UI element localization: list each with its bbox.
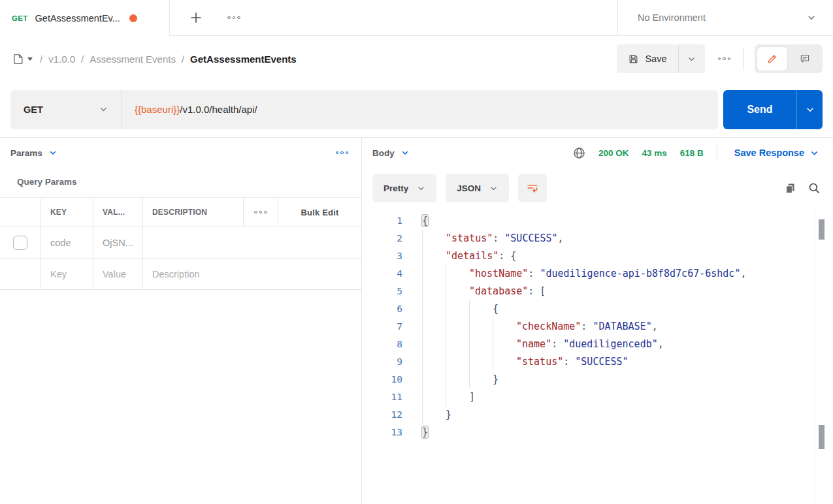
indent-guide bbox=[422, 230, 446, 247]
param-checkbox[interactable] bbox=[13, 236, 27, 250]
json-key: "name" bbox=[516, 338, 551, 350]
response-header: Body 200 OK 43 ms 618 B Save Response bbox=[362, 138, 833, 168]
response-body-selector[interactable]: Body bbox=[372, 148, 409, 158]
code-line: 12} bbox=[362, 406, 833, 424]
header-actions: Save bbox=[617, 44, 823, 73]
select-column-header bbox=[0, 198, 41, 227]
url-input[interactable]: {{baseuri}}/v1.0.0/health/api/ bbox=[122, 104, 718, 115]
line-number: 3 bbox=[362, 247, 422, 265]
save-response-button[interactable]: Save Response bbox=[730, 147, 823, 159]
json-string: "DATABASE" bbox=[593, 321, 651, 332]
params-section-selector[interactable]: Params bbox=[10, 148, 57, 158]
code-line: 10} bbox=[362, 371, 833, 388]
method-selector[interactable]: GET bbox=[10, 90, 122, 129]
indent-guide bbox=[422, 371, 446, 388]
wrap-lines-button[interactable] bbox=[518, 174, 547, 202]
params-more-options-icon[interactable] bbox=[333, 149, 351, 157]
response-time[interactable]: 43 ms bbox=[642, 148, 666, 158]
code-line: 13} bbox=[362, 424, 833, 441]
json-punctuation: : [ bbox=[528, 285, 546, 297]
line-number: 11 bbox=[362, 388, 422, 406]
environment-selector[interactable]: No Environment bbox=[617, 0, 833, 36]
response-size[interactable]: 618 B bbox=[680, 148, 704, 158]
save-button[interactable]: Save bbox=[617, 44, 678, 73]
scrollbar-mark-top[interactable] bbox=[819, 219, 825, 240]
right-sidebar-toggle-group bbox=[755, 44, 823, 73]
json-string: "SUCCESS" bbox=[575, 356, 628, 368]
indent-guide bbox=[422, 247, 446, 265]
json-key: "details" bbox=[446, 250, 498, 262]
chevron-down-icon bbox=[99, 105, 108, 114]
response-body-editor[interactable]: 1{2"status": "SUCCESS",3"details": {4"ho… bbox=[362, 208, 833, 441]
line-content: { bbox=[422, 300, 833, 318]
comments-toggle[interactable] bbox=[790, 47, 820, 71]
copy-icon[interactable] bbox=[785, 183, 796, 194]
new-param-value-field[interactable]: Value bbox=[93, 259, 143, 289]
collection-selector[interactable] bbox=[12, 53, 33, 65]
json-punctuation: , bbox=[558, 232, 564, 244]
save-options-button[interactable] bbox=[679, 44, 705, 73]
caret-down-icon bbox=[27, 57, 33, 61]
globe-icon[interactable] bbox=[573, 147, 585, 159]
query-params-title: Query Params bbox=[17, 177, 361, 187]
line-content: } bbox=[422, 406, 833, 424]
new-param-description-field[interactable]: Description bbox=[143, 259, 361, 289]
request-tab[interactable]: GET GetAssessmentEv... bbox=[0, 0, 170, 36]
new-param-key-field[interactable]: Key bbox=[41, 259, 93, 289]
line-number: 6 bbox=[362, 300, 422, 318]
documentation-toggle[interactable] bbox=[757, 47, 787, 71]
divider bbox=[717, 144, 717, 161]
new-tab-button[interactable] bbox=[187, 8, 205, 27]
search-icon[interactable] bbox=[808, 182, 820, 194]
breadcrumb-item-folder[interactable]: Assessment Events bbox=[90, 54, 176, 65]
line-number: 5 bbox=[362, 283, 422, 300]
indent-guide bbox=[422, 318, 446, 336]
tab-options-icon[interactable] bbox=[225, 14, 243, 22]
params-title: Params bbox=[10, 148, 42, 158]
chevron-down-icon bbox=[489, 184, 498, 193]
line-number: 2 bbox=[362, 230, 422, 247]
send-options-button[interactable] bbox=[797, 90, 823, 129]
chevron-down-icon bbox=[49, 149, 57, 157]
environment-label: No Environment bbox=[638, 12, 706, 23]
scrollbar-mark-bottom[interactable] bbox=[819, 425, 825, 449]
plus-icon bbox=[189, 11, 203, 24]
param-checkbox-cell bbox=[0, 227, 41, 258]
status-badge[interactable]: 200 OK bbox=[598, 148, 629, 158]
line-content: "status": "SUCCESS" bbox=[422, 353, 833, 371]
value-column-header: VAL... bbox=[93, 198, 143, 227]
json-punctuation: , bbox=[652, 321, 658, 332]
json-punctuation: : bbox=[563, 356, 575, 368]
indent-guide bbox=[446, 318, 469, 336]
breadcrumb-item-version[interactable]: v1.0.0 bbox=[48, 54, 75, 65]
line-content: { bbox=[422, 212, 833, 230]
param-description-field[interactable] bbox=[143, 227, 361, 258]
indent-guide bbox=[422, 388, 446, 406]
json-punctuation: } bbox=[446, 409, 451, 420]
language-selector[interactable]: JSON bbox=[446, 174, 509, 202]
line-content: "database": [ bbox=[422, 283, 833, 300]
bulk-edit-button[interactable]: Bulk Edit bbox=[278, 198, 361, 227]
indent-guide bbox=[446, 300, 469, 318]
code-line: 1{ bbox=[362, 212, 833, 230]
code-line: 2"status": "SUCCESS", bbox=[362, 230, 833, 247]
request-panel: Params Query Params KEY VAL... DESCRIPTI… bbox=[0, 138, 362, 504]
line-content: "hostName": "duediligence-api-b8f8d7c67-… bbox=[422, 265, 833, 283]
line-content: ] bbox=[422, 388, 833, 406]
request-url-row: GET {{baseuri}}/v1.0.0/health/api/ Send bbox=[0, 82, 833, 138]
line-number: 12 bbox=[362, 406, 422, 424]
json-punctuation: , bbox=[740, 268, 746, 279]
param-value-field[interactable]: OjSN... bbox=[93, 227, 143, 258]
chevron-down-icon bbox=[417, 184, 425, 193]
send-button[interactable]: Send bbox=[723, 90, 797, 129]
code-line: 5"database": [ bbox=[362, 283, 833, 300]
code-line: 3"details": { bbox=[362, 247, 833, 265]
breadcrumb-separator: / bbox=[40, 54, 42, 65]
tab-bar: GET GetAssessmentEv... No Environment bbox=[0, 0, 833, 36]
breadcrumb-separator: / bbox=[81, 54, 84, 65]
param-key-field[interactable]: code bbox=[41, 227, 93, 258]
chevron-down-icon bbox=[806, 105, 815, 114]
format-selector[interactable]: Pretty bbox=[372, 174, 436, 202]
request-more-options-icon[interactable] bbox=[715, 55, 734, 63]
column-options-icon[interactable] bbox=[252, 208, 270, 217]
